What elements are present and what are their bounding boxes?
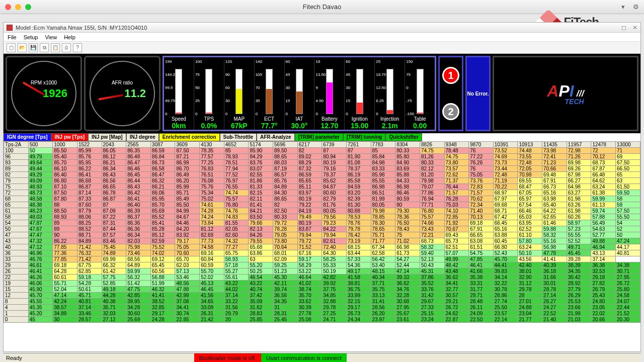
cell[interactable]: 72.34 — [469, 202, 494, 208]
cell[interactable]: 45.35 — [28, 305, 53, 311]
cell[interactable]: 29.21 — [444, 299, 469, 305]
cell[interactable]: 41.41 — [150, 293, 175, 299]
cell[interactable]: 70.98 — [518, 172, 542, 178]
cell[interactable]: 54.63 — [591, 226, 616, 232]
cell[interactable]: 73.80 — [444, 160, 469, 166]
cell[interactable]: 68.47 — [518, 184, 542, 190]
cell[interactable]: 69.55 — [518, 178, 542, 184]
cell[interactable]: 58.29 — [297, 262, 322, 268]
cell[interactable]: 50.10 — [518, 250, 542, 256]
cell[interactable]: 71.57 — [444, 190, 469, 196]
cell[interactable]: 32.28 — [395, 293, 420, 299]
cell[interactable]: 20 — [224, 317, 249, 323]
cell[interactable]: 48.58 — [28, 196, 53, 202]
cell[interactable]: 80 — [395, 202, 420, 208]
cell[interactable]: 85.90 — [249, 148, 273, 154]
cell[interactable]: 77.25 — [200, 160, 224, 166]
cell[interactable]: 70.64 — [273, 244, 298, 250]
cell[interactable]: 34.35 — [273, 299, 298, 305]
cell[interactable]: 64.89 — [126, 262, 151, 268]
open-icon[interactable]: 📂 — [18, 43, 27, 52]
cell[interactable]: 48.03 — [28, 214, 53, 220]
save-icon[interactable]: 💾 — [29, 43, 38, 52]
cell[interactable]: 41.66 — [469, 268, 494, 275]
cell[interactable]: 55.16 — [542, 238, 567, 244]
cell[interactable]: 58.97 — [567, 220, 591, 226]
cell[interactable]: 85.12 — [150, 232, 175, 238]
cell[interactable]: 65.75 — [224, 250, 249, 256]
cell[interactable]: 30.39 — [297, 305, 322, 311]
cell[interactable]: 73.80 — [273, 238, 298, 244]
cell[interactable]: 69.12 — [150, 256, 175, 262]
cell[interactable]: 86.05 — [102, 148, 126, 154]
cell[interactable]: 21.77 — [518, 317, 542, 323]
cell[interactable]: 78.65 — [371, 226, 395, 232]
cell[interactable]: 90 — [53, 232, 77, 238]
cell[interactable]: 77.73 — [200, 238, 224, 244]
cell[interactable]: 88.52 — [77, 226, 102, 232]
cell[interactable]: 67.16 — [297, 250, 322, 256]
cell[interactable]: 51.99 — [150, 281, 175, 287]
cell[interactable]: 59.40 — [420, 250, 444, 256]
cell[interactable]: 45.55 — [28, 299, 53, 305]
cell[interactable]: 68.71 — [493, 208, 518, 214]
cell[interactable]: 42.82 — [322, 275, 347, 281]
cell[interactable]: 46.96 — [28, 250, 53, 256]
cell[interactable]: 30.68 — [395, 299, 420, 305]
cell[interactable]: 59 — [616, 202, 640, 208]
cell[interactable]: 39.92 — [322, 281, 347, 287]
cell[interactable]: 83.07 — [249, 166, 273, 172]
cell[interactable]: 78.37 — [322, 172, 347, 178]
cell[interactable]: 72.48 — [518, 160, 542, 166]
cell[interactable]: 67.50 — [616, 160, 640, 166]
cell[interactable]: 86.20 — [175, 178, 200, 184]
cell[interactable]: 38.52 — [150, 299, 175, 305]
cell[interactable]: 45.31 — [420, 268, 444, 275]
cell[interactable]: 59.25 — [273, 262, 298, 268]
cell[interactable]: 24.07 — [616, 299, 640, 305]
cell[interactable]: 37.14 — [224, 293, 249, 299]
cell[interactable]: 49.09 — [28, 178, 53, 184]
cell[interactable]: 82.50 — [273, 208, 298, 214]
cell[interactable]: 25.08 — [297, 317, 322, 323]
cell[interactable]: 30.60 — [126, 311, 151, 317]
cell[interactable]: 50.19 — [322, 268, 347, 275]
cell[interactable]: 25.15 — [420, 311, 444, 317]
cell[interactable]: 31.56 — [224, 305, 249, 311]
cell[interactable]: 82.03 — [126, 238, 151, 244]
new-icon[interactable]: ▢ — [7, 43, 16, 52]
cell[interactable]: 24.62 — [444, 311, 469, 317]
cell[interactable]: 56.42 — [371, 256, 395, 262]
cell[interactable]: 87 — [102, 202, 126, 208]
cell[interactable]: 61.73 — [395, 250, 420, 256]
cell[interactable]: 24.27 — [542, 305, 567, 311]
cell[interactable]: 28.83 — [249, 311, 273, 317]
cell[interactable]: 82.59 — [150, 238, 175, 244]
cell[interactable]: 65.68 — [249, 244, 273, 250]
cell[interactable]: 57.88 — [591, 214, 616, 220]
cell[interactable]: 55.70 — [200, 268, 224, 275]
cell[interactable]: 46.76 — [28, 256, 53, 262]
cell[interactable]: 27.33 — [420, 305, 444, 311]
cell[interactable]: 75.34 — [200, 190, 224, 196]
cell[interactable]: 59.74 — [591, 208, 616, 214]
cell[interactable]: 77.86 — [420, 190, 444, 196]
cell[interactable]: 67.91 — [469, 226, 494, 232]
gear-icon[interactable]: ⚙ — [633, 3, 639, 11]
cell[interactable]: 74.75 — [444, 154, 469, 160]
cell[interactable]: 27.79 — [567, 287, 591, 293]
cell[interactable]: 78.53 — [346, 214, 371, 220]
cell[interactable]: 34.28 — [126, 305, 151, 311]
cell[interactable]: 48.73 — [28, 190, 53, 196]
cell[interactable]: 55.27 — [224, 268, 249, 275]
cell[interactable]: 86.12 — [102, 154, 126, 160]
cell[interactable]: 68.01 — [273, 250, 298, 256]
cell[interactable]: 85.50 — [53, 148, 77, 154]
cell[interactable]: 69.99 — [102, 256, 126, 262]
cell[interactable]: 66.27 — [567, 178, 591, 184]
cell[interactable]: 73.43 — [420, 226, 444, 232]
cell[interactable]: 77.57 — [200, 154, 224, 160]
cell[interactable]: 49.79 — [28, 154, 53, 160]
cell[interactable]: 21.52 — [616, 311, 640, 317]
cell[interactable]: 37.14 — [77, 305, 102, 311]
